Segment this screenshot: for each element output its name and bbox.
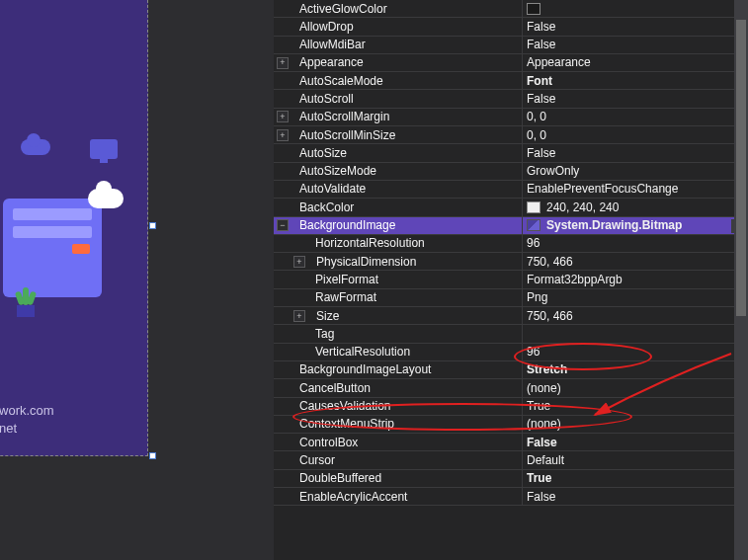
property-value-text: Appearance <box>527 54 591 71</box>
property-value[interactable]: False <box>523 37 748 53</box>
property-row-backgroundimage[interactable]: −BackgroundImage▾System.Drawing.Bitmap <box>274 217 748 235</box>
property-name: Tag <box>307 325 334 342</box>
property-value[interactable] <box>523 0 748 17</box>
property-value-text: False <box>527 90 555 107</box>
scrollbar-thumb[interactable] <box>736 20 746 316</box>
property-row-causesvalidation[interactable]: CausesValidationTrue <box>274 398 748 416</box>
property-value[interactable]: False <box>523 488 748 505</box>
property-row-autovalidate[interactable]: AutoValidateEnablePreventFocusChange <box>274 181 748 199</box>
property-value[interactable]: Format32bppArgb <box>523 271 748 287</box>
resize-handle-right[interactable] <box>149 222 156 229</box>
property-value[interactable]: Font <box>523 72 748 89</box>
property-value[interactable]: 96 <box>523 235 748 252</box>
property-row-controlbox[interactable]: ControlBoxFalse <box>274 434 748 451</box>
property-row-autoscalemode[interactable]: AutoScaleModeFont <box>274 72 748 90</box>
property-value[interactable]: Appearance <box>523 54 748 71</box>
property-row-autosize[interactable]: AutoSizeFalse <box>274 144 748 162</box>
footer-url-2: de.net <box>0 420 54 438</box>
property-row-pixelformat[interactable]: PixelFormatFormat32bppArgb <box>274 271 748 288</box>
property-value[interactable]: (none) <box>523 379 748 396</box>
property-value-text: EnablePreventFocusChange <box>527 181 678 198</box>
form-designer-surface[interactable]: mework.com de.net <box>0 0 153 456</box>
property-value[interactable]: False <box>523 434 748 450</box>
property-row-tag[interactable]: Tag <box>274 325 748 343</box>
property-name: DoubleBuffered <box>291 470 381 487</box>
expand-icon[interactable]: + <box>293 256 305 268</box>
property-value-text: GrowOnly <box>527 163 579 180</box>
property-row-doublebuffered[interactable]: DoubleBufferedTrue <box>274 470 748 488</box>
footer-text: mework.com de.net <box>0 402 54 438</box>
property-value-text: False <box>527 144 555 161</box>
color-swatch <box>527 3 540 15</box>
property-value[interactable]: 240, 240, 240 <box>523 199 748 215</box>
property-row-cursor[interactable]: CursorDefault <box>274 451 748 469</box>
property-row-enableacrylicaccent[interactable]: EnableAcrylicAccentFalse <box>274 488 748 506</box>
image-thumb-icon <box>527 219 540 231</box>
property-row-allowmdibar[interactable]: AllowMdiBarFalse <box>274 37 748 54</box>
form-canvas[interactable]: mework.com de.net <box>0 0 148 456</box>
property-value-text: 96 <box>527 235 540 252</box>
property-value-text: 0, 0 <box>527 126 546 143</box>
property-name: BackColor <box>291 199 354 215</box>
property-row-activeglowcolor[interactable]: ActiveGlowColor <box>274 0 748 18</box>
property-row-autosizemode[interactable]: AutoSizeModeGrowOnly <box>274 163 748 181</box>
property-row-horizontalresolution[interactable]: HorizontalResolution96 <box>274 235 748 253</box>
expand-icon[interactable]: − <box>277 219 289 231</box>
property-value[interactable]: 750, 466 <box>523 307 748 324</box>
property-value-text: Default <box>527 451 564 468</box>
property-value[interactable]: 0, 0 <box>523 126 748 143</box>
property-value-text: Font <box>527 72 552 89</box>
property-value-text: (none) <box>527 416 561 433</box>
property-value[interactable]: 0, 0 <box>523 109 748 125</box>
property-value[interactable]: False <box>523 144 748 161</box>
property-name: AutoSizeMode <box>291 163 376 180</box>
property-row-contextmenustrip[interactable]: ContextMenuStrip(none) <box>274 416 748 434</box>
footer-url-1: mework.com <box>0 402 54 420</box>
property-value-text: False <box>527 434 557 450</box>
property-value[interactable]: Png <box>523 289 748 306</box>
property-value-text: 96 <box>527 344 540 360</box>
property-value[interactable] <box>523 325 748 342</box>
property-name: CancelButton <box>291 379 371 396</box>
property-value-text: (none) <box>527 379 561 396</box>
property-value[interactable]: EnablePreventFocusChange <box>523 181 748 198</box>
property-row-verticalresolution[interactable]: VerticalResolution96 <box>274 344 748 361</box>
property-row-autoscrollmargin[interactable]: +AutoScrollMargin0, 0 <box>274 109 748 126</box>
vertical-scrollbar[interactable] <box>734 0 748 560</box>
property-value[interactable]: True <box>523 398 748 415</box>
expand-icon[interactable]: + <box>293 310 305 322</box>
resize-handle-corner[interactable] <box>149 452 156 459</box>
property-value[interactable]: True <box>523 470 748 487</box>
expand-icon[interactable]: + <box>277 111 289 122</box>
property-value-text: Png <box>527 289 547 306</box>
property-value[interactable]: (none) <box>523 416 748 433</box>
property-row-physicaldimension[interactable]: +PhysicalDimension750, 466 <box>274 253 748 271</box>
property-row-cancelbutton[interactable]: CancelButton(none) <box>274 379 748 397</box>
property-value-text: Format32bppArgb <box>527 271 623 287</box>
property-value[interactable]: GrowOnly <box>523 163 748 180</box>
property-row-backgroundimagelayout[interactable]: BackgroundImageLayoutStretch <box>274 361 748 379</box>
property-name: AutoSize <box>291 144 347 161</box>
expand-icon[interactable]: + <box>277 129 289 141</box>
property-row-allowdrop[interactable]: AllowDropFalse <box>274 18 748 36</box>
property-value[interactable]: False <box>523 18 748 35</box>
property-value[interactable]: 96 <box>523 344 748 360</box>
property-name: AutoScrollMinSize <box>291 126 395 143</box>
property-value[interactable]: 750, 466 <box>523 253 748 270</box>
property-row-autoscrollminsize[interactable]: +AutoScrollMinSize0, 0 <box>274 126 748 144</box>
expand-icon[interactable]: + <box>277 57 289 69</box>
property-value[interactable]: System.Drawing.Bitmap <box>523 217 748 234</box>
property-name: VerticalResolution <box>307 344 410 360</box>
property-value[interactable]: False <box>523 90 748 107</box>
property-value[interactable]: Stretch <box>523 361 748 378</box>
property-row-appearance[interactable]: +AppearanceAppearance <box>274 54 748 72</box>
property-name: Cursor <box>291 451 335 468</box>
property-row-backcolor[interactable]: BackColor240, 240, 240 <box>274 199 748 216</box>
property-grid[interactable]: ActiveGlowColorAllowDropFalseAllowMdiBar… <box>274 0 748 560</box>
property-name: ControlBox <box>291 434 358 450</box>
property-row-autoscroll[interactable]: AutoScrollFalse <box>274 90 748 108</box>
property-row-size[interactable]: +Size750, 466 <box>274 307 748 325</box>
property-value[interactable]: Default <box>523 451 748 468</box>
property-row-rawformat[interactable]: RawFormatPng <box>274 289 748 307</box>
property-name: ContextMenuStrip <box>291 416 394 433</box>
